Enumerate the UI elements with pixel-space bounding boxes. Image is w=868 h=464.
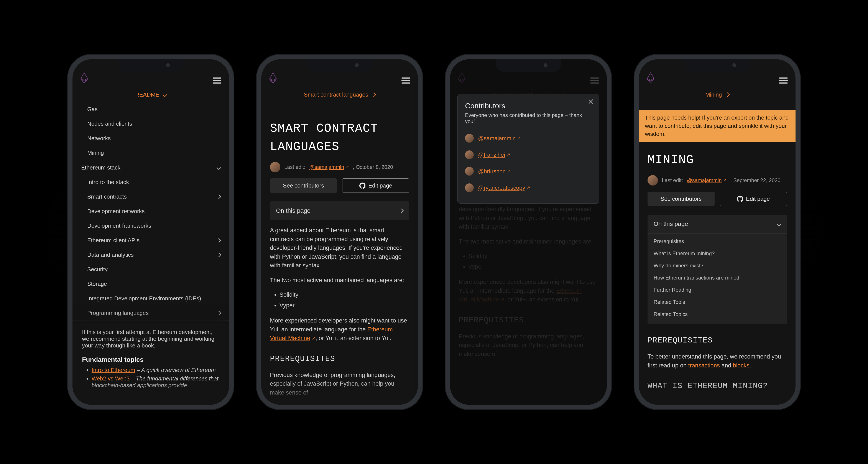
blocks-link[interactable]: blocks [733, 362, 749, 369]
avatar [270, 162, 280, 172]
chevron-right-icon [372, 92, 376, 97]
toc-item[interactable]: Related Topics [654, 308, 781, 320]
sidebar-item[interactable]: Intro to the stack [72, 175, 229, 189]
sidebar-item[interactable]: Security [72, 262, 229, 277]
chevron-down-icon [777, 222, 781, 226]
menu-icon[interactable] [213, 78, 221, 84]
contributor-row: @samajammin↗ [465, 130, 592, 147]
contributor-link[interactable]: @franzihei↗ [478, 152, 510, 158]
avatar [465, 167, 474, 176]
menu-icon[interactable] [779, 78, 788, 84]
sidebar-item[interactable]: Integrated Development Environments (IDE… [72, 291, 229, 306]
editor-link[interactable]: @samajammin↗ [309, 163, 349, 171]
ethereum-logo-icon[interactable] [269, 72, 277, 84]
edit-date: , September 22, 2020 [731, 177, 780, 184]
toc-item[interactable]: What is Ethereum mining? [654, 247, 781, 259]
app-bar [72, 59, 229, 88]
paragraph: More experienced developers also might w… [270, 316, 409, 343]
paragraph: Previous knowledge of programming langua… [270, 371, 409, 397]
toc-item[interactable]: How Etherum transactions are mined [654, 272, 781, 284]
ethereum-logo-icon[interactable] [80, 72, 88, 84]
contributor-link[interactable]: @samajammin↗ [478, 135, 521, 142]
sidebar-item-label: Integrated Development Environments (IDE… [87, 295, 201, 302]
avatar [465, 134, 474, 143]
breadcrumb[interactable]: README [72, 88, 229, 102]
github-icon [737, 196, 743, 202]
see-contributors-button[interactable]: See contributors [270, 178, 337, 193]
device-frame-1: README GasNodes and clientsNetworksMinin… [67, 54, 235, 410]
edit-page-button[interactable]: Edit page [342, 178, 409, 193]
chevron-right-icon [725, 92, 730, 97]
paragraph: The two most active and maintained langu… [270, 276, 409, 285]
chevron-right-icon [217, 238, 221, 243]
modal-subtitle: Everyone who has contributed to this pag… [465, 112, 592, 124]
what-is-mining-heading: WHAT IS ETHEREUM MINING? [648, 380, 787, 392]
page-title: MINING [648, 151, 787, 169]
prerequisites-heading: PREREQUISITES [270, 353, 409, 365]
contributor-row: @ryancreatescopy↗ [465, 180, 592, 196]
intro-paragraph: If this is your first attempt at Ethereu… [82, 329, 220, 349]
breadcrumb[interactable]: Mining [639, 88, 796, 102]
sidebar-item[interactable]: Ethereum stack [72, 160, 229, 175]
device-frame-2: Smart contract languages SMART CONTRACT … [256, 54, 423, 410]
sidebar-item[interactable]: Programming languages [72, 306, 229, 320]
sidebar-item-label: Storage [87, 281, 107, 287]
sidebar-item-label: Security [87, 266, 107, 273]
toc-item[interactable]: Related Tools [654, 296, 781, 308]
chevron-down-icon [162, 92, 167, 97]
breadcrumb[interactable]: Smart contract languages [261, 88, 418, 102]
edit-page-button[interactable]: Edit page [720, 192, 787, 206]
sidebar-item[interactable]: Development frameworks [72, 219, 229, 233]
sidebar-item[interactable]: Networks [72, 131, 229, 146]
sidebar-item[interactable]: Ethereum client APIs [72, 233, 229, 248]
menu-icon[interactable] [401, 78, 410, 84]
contributor-link[interactable]: @ryancreatescopy↗ [478, 184, 530, 191]
chevron-right-icon [217, 253, 221, 257]
ethereum-logo-icon[interactable] [647, 72, 654, 84]
github-icon [359, 183, 365, 189]
on-this-page-accordion[interactable]: On this page [270, 202, 409, 220]
close-icon[interactable] [588, 98, 594, 104]
toc-item[interactable]: Further Reading [654, 284, 781, 296]
page-title: SMART CONTRACT LANGUAGES [270, 119, 409, 156]
sidebar-item[interactable]: Nodes and clients [72, 117, 229, 131]
last-edit: Last edit: @samajammin↗ , October 8, 202… [270, 162, 409, 172]
transactions-link[interactable]: transactions [688, 362, 720, 369]
sidebar-item[interactable]: Mining [72, 146, 229, 160]
device-frame-3: Smart contract languages On this page A … [445, 54, 612, 410]
toc-item[interactable]: Why do miners exist? [654, 259, 781, 272]
toc-item[interactable]: Prerequisites [654, 235, 781, 247]
accordion-label: On this page [654, 219, 688, 228]
sidebar-item[interactable]: Gas [72, 102, 229, 117]
sidebar-item-label: Networks [87, 135, 111, 142]
chevron-right-icon [217, 194, 221, 199]
last-edit-prefix: Last edit: [662, 177, 683, 184]
intro-to-ethereum-link[interactable]: Intro to Ethereum [92, 367, 135, 373]
contributor-row: @franzihei↗ [465, 147, 592, 163]
on-this-page-accordion[interactable]: On this page [648, 215, 787, 234]
sidebar-item[interactable]: Development networks [72, 204, 229, 219]
contributor-link[interactable]: @hrkrshnn↗ [478, 168, 511, 175]
page-content: SMART CONTRACT LANGUAGES Last edit: @sam… [261, 102, 418, 397]
sidebar-item[interactable]: Data and analytics [72, 248, 229, 262]
breadcrumb-label: Smart contract languages [304, 91, 368, 98]
prerequisites-heading: PREREQUISITES [648, 335, 787, 346]
sidebar-item[interactable]: Storage [72, 277, 229, 291]
list-item: Intro to Ethereum – A quick overview of … [92, 367, 220, 373]
help-banner: This page needs help! If you're an exper… [639, 110, 796, 142]
sidebar-item-label: Data and analytics [87, 251, 134, 258]
nav-drawer: GasNodes and clientsNetworksMiningEthere… [72, 102, 229, 405]
accordion-label: On this page [276, 206, 311, 215]
last-edit-prefix: Last edit: [284, 163, 305, 171]
sidebar-item-label: Gas [87, 106, 98, 113]
editor-link[interactable]: @samajammin↗ [687, 177, 726, 184]
chevron-right-icon [399, 208, 404, 213]
web2-vs-web3-link[interactable]: Web2 vs Web3 [92, 375, 129, 382]
avatar [465, 150, 474, 159]
see-contributors-button[interactable]: See contributors [648, 192, 715, 206]
sidebar-item[interactable]: Smart contracts [72, 189, 229, 204]
paragraph: A great aspect about Ethereum is that sm… [270, 226, 409, 270]
sidebar-item-label: Nodes and clients [87, 120, 132, 127]
last-edit: Last edit: @samajammin↗ , September 22, … [648, 175, 787, 186]
fundamental-topics-heading: Fundamental topics [82, 356, 220, 363]
